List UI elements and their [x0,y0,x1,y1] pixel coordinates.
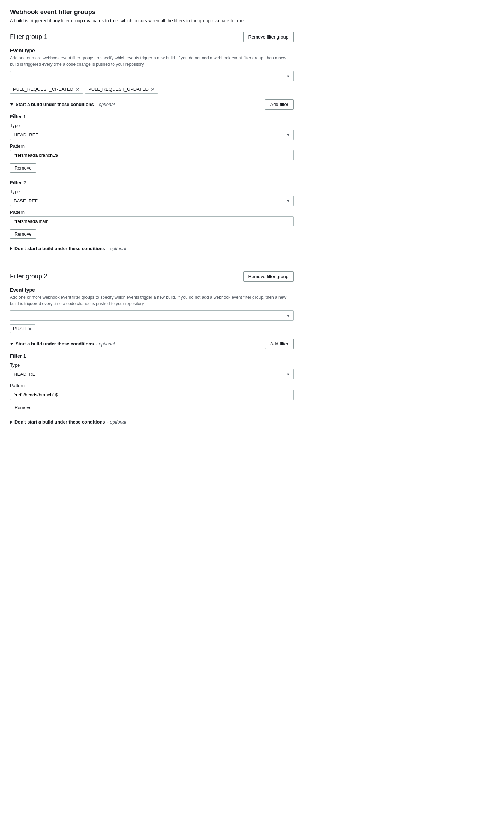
dont-start-conditions-toggle-label-2: Don't start a build under these conditio… [14,419,105,425]
filter-group-header-2: Filter group 2Remove filter group [10,271,294,282]
filter-pattern-label-1-1: Pattern [10,143,294,149]
start-conditions-optional-text-1: - optional [96,102,115,107]
dont-start-conditions-expand-icon-1 [10,247,12,250]
start-conditions-toggle-1[interactable]: Start a build under these conditions - o… [10,102,115,107]
event-type-dropdown-wrapper-2: ▼ [10,310,294,321]
start-conditions-toggle-label-1: Start a build under these conditions [16,102,94,107]
start-conditions-toggle-2[interactable]: Start a build under these conditions - o… [10,341,115,347]
event-tag-label-1-2: PULL_REQUEST_UPDATED [88,87,149,92]
filter-item-1-2: Filter 2TypeBASE_REF▼PatternRemove [10,180,294,239]
start-conditions-section-1: Start a build under these conditions - o… [10,99,294,239]
remove-filter-button-2-1[interactable]: Remove [10,403,36,412]
filter-type-dropdown-wrapper-1-1: HEAD_REF▼ [10,130,294,140]
filter-groups-container: Filter group 1Remove filter groupEvent t… [10,32,294,425]
filter-group-1: Filter group 1Remove filter groupEvent t… [10,32,294,260]
event-type-section-2: Event typeAdd one or more webhook event … [10,287,294,333]
filter-pattern-input-2-1[interactable] [10,390,294,400]
event-tag-1-2: PULL_REQUEST_UPDATED✕ [85,85,158,94]
start-conditions-collapse-icon-1 [10,103,13,106]
filter-type-label-1-1: Type [10,123,294,128]
remove-filter-group-button-2[interactable]: Remove filter group [243,271,294,282]
remove-filter-button-1-2[interactable]: Remove [10,229,36,239]
filter-group-title-2: Filter group 2 [10,273,47,280]
filter-item-title-1-2: Filter 2 [10,180,294,185]
filter-pattern-input-1-2[interactable] [10,216,294,226]
filter-pattern-label-1-2: Pattern [10,209,294,215]
filter-item-title-1-1: Filter 1 [10,114,294,119]
filter-group-title-1: Filter group 1 [10,33,47,41]
start-conditions-header-1: Start a build under these conditions - o… [10,99,294,110]
filter-type-label-2-1: Type [10,362,294,368]
dont-start-conditions-toggle-label-1: Don't start a build under these conditio… [14,246,105,251]
group-divider-1 [10,260,294,260]
start-conditions-header-2: Start a build under these conditions - o… [10,339,294,349]
filter-type-select-1-2[interactable]: BASE_REF [10,196,294,206]
filter-item-title-2-1: Filter 1 [10,353,294,359]
filter-group-2: Filter group 2Remove filter groupEvent t… [10,271,294,425]
filter-type-label-1-2: Type [10,189,294,194]
dont-start-conditions-toggle-2[interactable]: Don't start a build under these conditio… [10,419,294,425]
filter-pattern-input-1-1[interactable] [10,150,294,160]
add-filter-button-2[interactable]: Add filter [265,339,294,349]
start-conditions-section-2: Start a build under these conditions - o… [10,339,294,412]
event-type-section-1: Event typeAdd one or more webhook event … [10,48,294,94]
event-type-tags-2: PUSH✕ [10,324,294,333]
dont-start-conditions-optional-text-1: - optional [107,246,126,251]
event-type-label-1: Event type [10,48,294,53]
event-tag-remove-1-1[interactable]: ✕ [76,87,80,92]
event-type-select-2[interactable] [10,310,294,321]
dont-start-conditions-section-2: Don't start a build under these conditio… [10,419,294,425]
event-tag-remove-1-2[interactable]: ✕ [151,87,155,92]
event-tag-2-1: PUSH✕ [10,324,35,333]
page-description: A build is triggered if any filter group… [10,18,294,23]
event-tag-remove-2-1[interactable]: ✕ [28,326,32,331]
remove-filter-button-1-1[interactable]: Remove [10,163,36,173]
dont-start-conditions-toggle-1[interactable]: Don't start a build under these conditio… [10,246,294,251]
dont-start-conditions-optional-text-2: - optional [107,419,126,425]
page-title: Webhook event filter groups [10,8,294,16]
dont-start-conditions-expand-icon-2 [10,420,12,424]
filter-type-dropdown-wrapper-1-2: BASE_REF▼ [10,196,294,206]
remove-filter-group-button-1[interactable]: Remove filter group [243,32,294,42]
filter-type-select-1-1[interactable]: HEAD_REF [10,130,294,140]
event-type-desc-1: Add one or more webhook event filter gro… [10,55,294,67]
start-conditions-optional-text-2: - optional [96,341,115,347]
event-type-tags-1: PULL_REQUEST_CREATED✕PULL_REQUEST_UPDATE… [10,85,294,94]
event-tag-label-2-1: PUSH [13,326,26,331]
filter-item-2-1: Filter 1TypeHEAD_REF▼PatternRemove [10,353,294,412]
event-type-select-1[interactable] [10,71,294,81]
event-tag-1-1: PULL_REQUEST_CREATED✕ [10,85,83,94]
start-conditions-toggle-label-2: Start a build under these conditions [16,341,94,347]
filter-type-dropdown-wrapper-2-1: HEAD_REF▼ [10,369,294,379]
filter-item-1-1: Filter 1TypeHEAD_REF▼PatternRemove [10,114,294,173]
filter-pattern-label-2-1: Pattern [10,383,294,388]
filter-type-select-2-1[interactable]: HEAD_REF [10,369,294,379]
filter-group-header-1: Filter group 1Remove filter group [10,32,294,42]
add-filter-button-1[interactable]: Add filter [265,99,294,110]
event-type-desc-2: Add one or more webhook event filter gro… [10,294,294,307]
dont-start-conditions-section-1: Don't start a build under these conditio… [10,246,294,251]
event-type-dropdown-wrapper-1: ▼ [10,71,294,81]
event-type-label-2: Event type [10,287,294,293]
event-tag-label-1-1: PULL_REQUEST_CREATED [13,87,73,92]
start-conditions-collapse-icon-2 [10,343,13,345]
